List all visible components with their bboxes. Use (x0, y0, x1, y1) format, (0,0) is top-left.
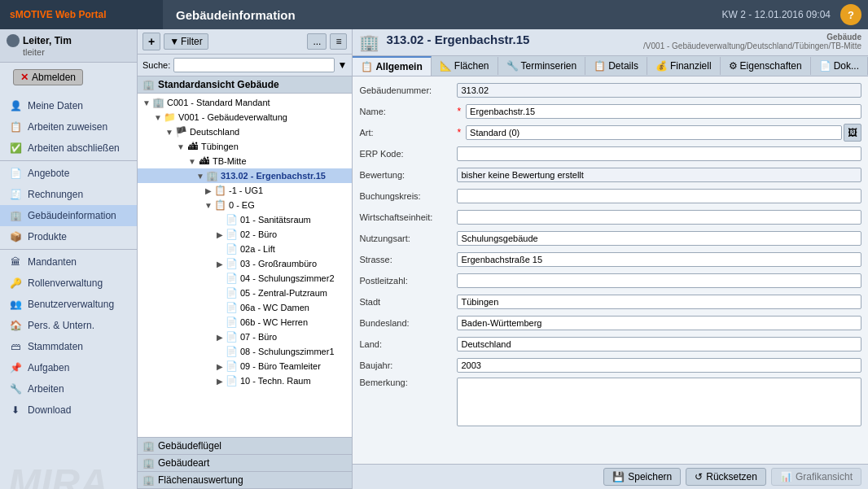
sidebar-item-rollenverwaltung[interactable]: 🔑 Rollenverwaltung (0, 273, 137, 294)
expand-icon[interactable]: ▼ (164, 126, 175, 138)
panel-flaechen-auswertung[interactable]: 🏢 Flächenauswertung (138, 472, 352, 489)
name-input[interactable] (466, 104, 861, 119)
reset-button[interactable]: ↺ Rücksetzen (686, 468, 766, 486)
tab-flaechen[interactable]: 📐 Flächen (432, 57, 498, 75)
user-row: Leiter, Tim (7, 34, 130, 47)
strasse-input[interactable] (457, 252, 861, 267)
tree-node-313-02[interactable]: ▼ 🏢 313.02 - Ergenbachstr.15 (138, 168, 352, 183)
logout-button[interactable]: ✕ Abmelden (13, 69, 83, 85)
expand-icon[interactable]: ▼ (141, 97, 152, 108)
tree-node-08[interactable]: 📄 08 - Schulungszimmer1 (138, 344, 352, 359)
sidebar-item-download[interactable]: ⬇ Download (0, 399, 137, 421)
grafikansicht-button[interactable]: 📊 Grafikansicht (771, 468, 861, 486)
sidebar-item-rechnungen[interactable]: 🧾 Rechnungen (0, 184, 137, 205)
tree-node-06b[interactable]: 📄 06b - WC Herren (138, 315, 352, 330)
sidebar-item-gebaeudeinformation[interactable]: 🏢 Gebäudeinformation (0, 205, 137, 226)
tree-node-ug1[interactable]: ▶ 📋 -1 - UG1 (138, 183, 352, 198)
form-row-bemerkung: Bemerkung: (359, 378, 861, 426)
expand-icon[interactable]: ▼ (203, 199, 214, 211)
expand-icon[interactable]: ▶ (214, 375, 226, 386)
right-panel-header: 🏢 313.02 - Ergenbachstr.15 Gebäude /V001… (353, 29, 868, 56)
sidebar-item-benutzerverwaltung[interactable]: 👥 Benutzerverwaltung (0, 294, 137, 315)
expand-icon[interactable]: ▼ (175, 141, 186, 152)
tab-dok[interactable]: 📄 Dok... (811, 57, 868, 75)
assign-icon: 📋 (8, 120, 23, 134)
buchungskreis-input[interactable] (457, 189, 861, 203)
tree-node-09[interactable]: ▶ 📄 09 - Büro Teamleiter (138, 359, 352, 373)
tree-node-deutschland[interactable]: ▼ 🏴 Deutschland (138, 124, 352, 139)
sidebar-item-arbeiten-zuweisen[interactable]: 📋 Arbeiten zuweisen (0, 116, 137, 138)
add-button[interactable]: + (142, 33, 160, 50)
baujahr-input[interactable] (457, 358, 861, 373)
land-input[interactable] (457, 337, 861, 351)
sidebar-item-stammdaten[interactable]: 🗃 Stammdaten (0, 336, 137, 357)
bundesland-input[interactable] (457, 316, 861, 330)
sidebar-item-arbeiten[interactable]: 🔧 Arbeiten (0, 378, 137, 399)
search-arrow-button[interactable]: ▼ (338, 59, 348, 71)
tab-allgemein[interactable]: 📋 Allgemein (353, 56, 431, 76)
tab-eigenschaften[interactable]: ⚙ Eigenschaften (721, 57, 811, 75)
expand-icon[interactable]: ▶ (214, 360, 226, 372)
city-icon: 🏙 (186, 140, 199, 153)
tree-node-05[interactable]: 📄 05 - Zentral-Putzraum (138, 286, 352, 300)
panel-gebaeude-fluegel[interactable]: 🏢 Gebäudeflügel (138, 438, 352, 455)
tree-node-04[interactable]: 📄 04 - Schulungszimmer2 (138, 271, 352, 286)
sidebar-item-aufgaben[interactable]: 📌 Aufgaben (0, 357, 137, 378)
tab-finanziell[interactable]: 💰 Finanziell (647, 57, 721, 75)
offer-icon: 📄 (8, 166, 23, 181)
tree-node-tb-mitte[interactable]: ▼ 🏙 TB-Mitte (138, 154, 352, 168)
tree-label: C001 - Standard Mandant (167, 98, 270, 107)
tree-node-01[interactable]: 📄 01 - Sanitätsraum (138, 212, 352, 227)
bewertung-input[interactable] (457, 168, 861, 182)
wirtschaftseinheit-input[interactable] (457, 210, 861, 225)
tree-node-10[interactable]: ▶ 📄 10 - Techn. Raum (138, 373, 352, 388)
sidebar-item-arbeiten-abschliessen[interactable]: ✅ Arbeiten abschließen (0, 138, 137, 159)
art-input[interactable] (466, 125, 842, 140)
tree-node-02a[interactable]: 📄 02a - Lift (138, 242, 352, 256)
expand-icon[interactable]: ▶ (214, 258, 226, 269)
expand-icon[interactable]: ▼ (152, 111, 164, 123)
art-image-button[interactable]: 🖼 (844, 124, 861, 142)
stadt-input[interactable] (457, 295, 861, 309)
sidebar-item-produkte[interactable]: 📦 Produkte (0, 226, 137, 247)
form-row-postleitzahl: Postleitzahl: (359, 272, 861, 290)
buchungskreis-value (457, 189, 861, 203)
sidebar-item-angebote[interactable]: 📄 Angebote (0, 163, 137, 184)
expand-icon[interactable]: ▶ (214, 331, 226, 343)
tab-details[interactable]: 📋 Details (585, 57, 647, 75)
expand-icon[interactable]: ▼ (186, 155, 198, 167)
tree-node-03[interactable]: ▶ 📄 03 - Großraumbüro (138, 256, 352, 271)
room-icon: 📄 (226, 242, 239, 255)
tab-terminserien[interactable]: 🔧 Terminserien (498, 57, 586, 75)
erp-input[interactable] (457, 146, 861, 161)
bewertung-label: Bewertung: (359, 170, 457, 180)
expand-icon[interactable]: ▶ (203, 185, 214, 196)
sidebar-item-meine-daten[interactable]: 👤 Meine Daten (0, 95, 137, 116)
save-button[interactable]: 💾 Speichern (603, 468, 681, 486)
search-options-button[interactable]: ... (307, 33, 327, 50)
tree-node-06a[interactable]: 📄 06a - WC Damen (138, 300, 352, 315)
tree-node-v001[interactable]: ▼ 📁 V001 - Gebäudeverwaltung (138, 110, 352, 124)
expand-icon[interactable]: ▼ (195, 170, 206, 181)
tree-node-eg[interactable]: ▼ 📋 0 - EG (138, 198, 352, 212)
tree-container[interactable]: ▼ 🏢 C001 - Standard Mandant ▼ 📁 V001 - G… (138, 94, 352, 437)
gebaeude-nr-input[interactable] (457, 83, 861, 98)
center-panel: + ▼ Filter ... ≡ Suche: ▼ 🏢 Standa (138, 29, 353, 489)
tree-node-c001[interactable]: ▼ 🏢 C001 - Standard Mandant (138, 95, 352, 110)
postleitzahl-input[interactable] (457, 273, 861, 288)
bemerkung-textarea[interactable] (457, 378, 861, 426)
sidebar-item-mandanten[interactable]: 🏛 Mandanten (0, 251, 137, 273)
help-button[interactable]: ? (840, 4, 861, 25)
sidebar-item-pers-untern[interactable]: 🏠 Pers. & Untern. (0, 315, 137, 336)
tree-node-02[interactable]: ▶ 📄 02 - Büro (138, 227, 352, 242)
panel-gebaeude-art[interactable]: 🏢 Gebäudeart (138, 455, 352, 472)
tree-node-07[interactable]: ▶ 📄 07 - Büro (138, 330, 352, 344)
nutzungsart-input[interactable] (457, 231, 861, 246)
search-input[interactable] (173, 58, 334, 72)
room-icon: 📄 (226, 374, 239, 387)
filter-button[interactable]: ▼ Filter (164, 33, 208, 50)
expand-icon[interactable]: ▶ (214, 229, 226, 240)
building-header-info: 313.02 - Ergenbachstr.15 (386, 33, 637, 46)
funnel-button[interactable]: ≡ (330, 33, 347, 50)
tree-node-tuebingen[interactable]: ▼ 🏙 Tübingen (138, 139, 352, 154)
